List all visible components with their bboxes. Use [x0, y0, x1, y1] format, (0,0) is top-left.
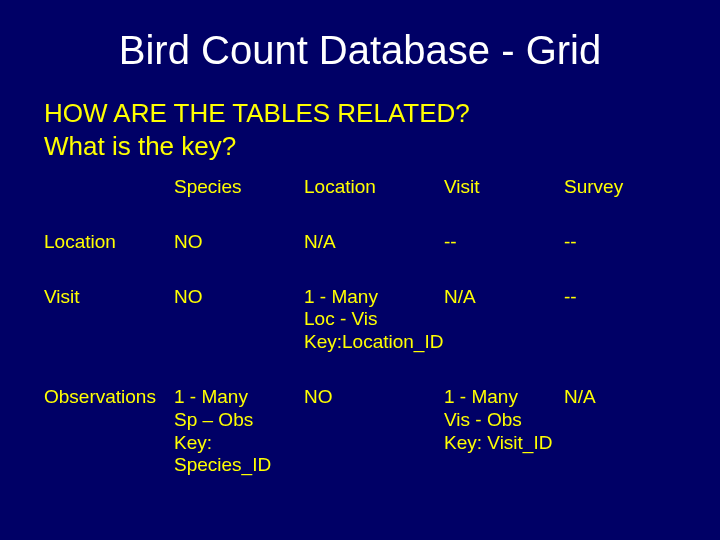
question-block: HOW ARE THE TABLES RELATED? What is the … [44, 97, 676, 162]
cell-location-visit: -- [444, 225, 564, 280]
question-line-1: HOW ARE THE TABLES RELATED? [44, 97, 676, 130]
header-species: Species [174, 170, 304, 225]
header-visit: Visit [444, 170, 564, 225]
header-blank [44, 170, 174, 225]
question-line-2: What is the key? [44, 130, 676, 163]
slide: Bird Count Database - Grid HOW ARE THE T… [0, 0, 720, 540]
row-label-location: Location [44, 225, 174, 280]
cell-visit-visit: N/A [444, 280, 564, 380]
cell-location-species: NO [174, 225, 304, 280]
cell-observations-location: NO [304, 380, 444, 503]
header-survey: Survey [564, 170, 654, 225]
cell-visit-survey: -- [564, 280, 654, 380]
header-location: Location [304, 170, 444, 225]
cell-location-survey: -- [564, 225, 654, 280]
cell-location-location: N/A [304, 225, 444, 280]
row-label-visit: Visit [44, 280, 174, 380]
cell-visit-species: NO [174, 280, 304, 380]
cell-observations-visit: 1 - Many Vis - Obs Key: Visit_ID [444, 380, 564, 503]
relationship-grid: Species Location Visit Survey Location N… [44, 170, 676, 503]
cell-observations-species: 1 - Many Sp – Obs Key: Species_ID [174, 380, 304, 503]
slide-title: Bird Count Database - Grid [44, 28, 676, 73]
cell-visit-location: 1 - Many Loc - Vis Key:Location_ID [304, 280, 444, 380]
cell-observations-survey: N/A [564, 380, 654, 503]
row-label-observations: Observations [44, 380, 174, 503]
